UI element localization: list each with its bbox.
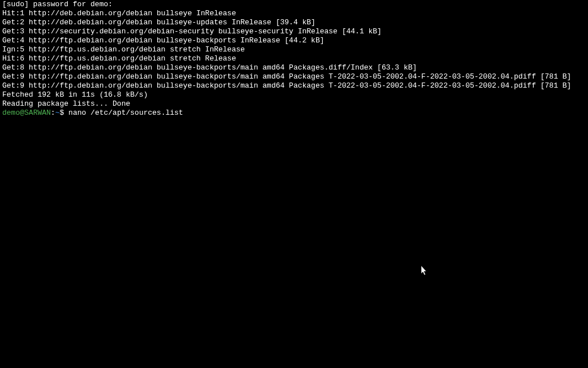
prompt-line[interactable]: demo@SARWAN:~$ nano /etc/apt/sources.lis… — [2, 109, 586, 118]
output-line: Get:8 http://ftp.debian.org/debian bulls… — [2, 63, 586, 72]
prompt-at: @ — [20, 109, 24, 117]
output-line: [sudo] password for demo: — [2, 0, 586, 9]
output-line: Get:2 http://deb.debian.org/debian bulls… — [2, 18, 586, 27]
output-line: Fetched 192 kB in 11s (16.8 kB/s) — [2, 90, 586, 99]
output-line: Get:9 http://ftp.debian.org/debian bulls… — [2, 81, 586, 90]
terminal-output[interactable]: [sudo] password for demo: Hit:1 http://d… — [2, 0, 586, 118]
output-line: Reading package lists... Done — [2, 99, 586, 109]
output-line: Get:4 http://ftp.debian.org/debian bulls… — [2, 36, 586, 45]
output-line: Get:9 http://ftp.debian.org/debian bulls… — [2, 72, 586, 81]
output-line: Hit:6 http://ftp.us.debian.org/debian st… — [2, 54, 586, 63]
output-line: Hit:1 http://deb.debian.org/debian bulls… — [2, 9, 586, 18]
command-input[interactable]: nano /etc/apt/sources.list — [64, 109, 183, 117]
output-line: Ign:5 http://ftp.us.debian.org/debian st… — [2, 45, 586, 54]
cursor-icon — [421, 266, 428, 276]
prompt-host: SARWAN — [24, 109, 51, 117]
prompt-user: demo — [2, 109, 20, 117]
output-line: Get:3 http://security.debian.org/debian-… — [2, 27, 586, 36]
prompt-colon: : — [51, 109, 55, 117]
